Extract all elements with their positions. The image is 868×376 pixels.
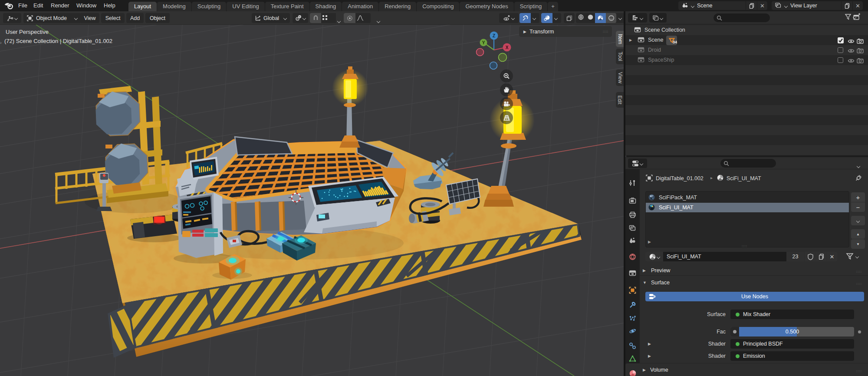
svg-text:X: X — [506, 45, 509, 50]
svg-text:Z: Z — [493, 33, 495, 38]
svg-text:Y: Y — [482, 40, 485, 45]
